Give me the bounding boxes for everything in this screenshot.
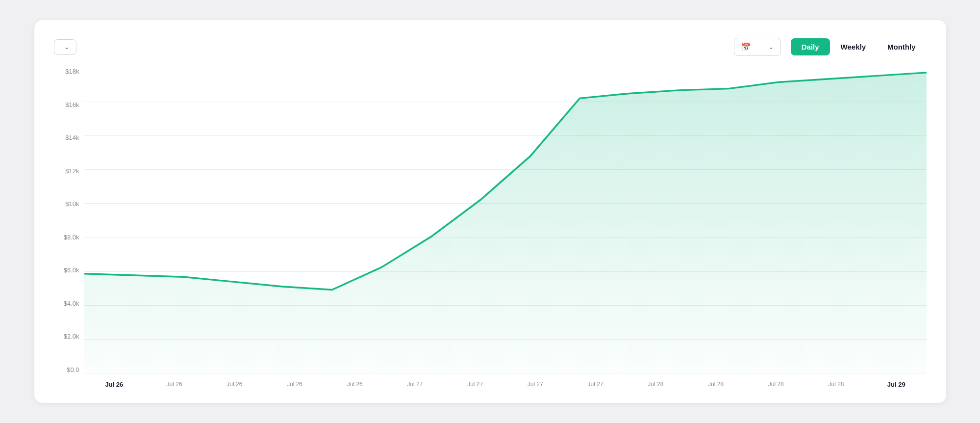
chevron-down-icon: ⌄ [769,44,774,51]
x-axis-label: Jul 29 [866,381,927,388]
toolbar-right: 📅 ⌄ Daily Weekly Monthly [734,38,927,56]
date-range-picker[interactable]: 📅 ⌄ [734,38,781,56]
chart-card: ⌄ 📅 ⌄ Daily Weekly Monthly $0.0$2.0k$4.0… [34,20,946,403]
x-axis-label: Jul 28 [746,381,806,388]
monthly-button[interactable]: Monthly [877,38,927,55]
daily-button[interactable]: Daily [791,38,830,55]
y-axis-label: $6.0k [54,266,84,274]
y-axis: $0.0$2.0k$4.0k$6.0k$8.0k$10k$12k$14k$16k… [54,68,84,388]
y-axis-label: $2.0k [54,333,84,340]
chevron-down-icon: ⌄ [64,44,69,51]
x-axis-label: Jul 26 [325,381,385,388]
calendar-icon: 📅 [741,42,751,52]
y-axis-label: $0.0 [54,366,84,373]
y-axis-label: $16k [54,101,84,108]
period-buttons: Daily Weekly Monthly [791,38,927,55]
x-axis: Jul 26Jul 26Jul 26Jul 26Jul 26Jul 27Jul … [84,373,927,388]
x-axis-label: Jul 26 [204,381,265,388]
x-axis-label: Jul 27 [445,381,505,388]
y-axis-label: $8.0k [54,234,84,241]
x-axis-label: Jul 27 [505,381,566,388]
x-axis-label: Jul 26 [144,381,204,388]
toolbar: ⌄ 📅 ⌄ Daily Weekly Monthly [54,38,927,56]
x-axis-label: Jul 27 [385,381,445,388]
y-axis-label: $14k [54,134,84,141]
weekly-button[interactable]: Weekly [830,38,877,55]
x-labels: Jul 26Jul 26Jul 26Jul 26Jul 26Jul 27Jul … [84,381,927,388]
chart-area: $0.0$2.0k$4.0k$6.0k$8.0k$10k$12k$14k$16k… [54,68,927,388]
x-axis-label: Jul 26 [265,381,325,388]
area-chart [84,68,927,373]
x-axis-label: Jul 28 [626,381,686,388]
revenue-dropdown[interactable]: ⌄ [54,39,76,55]
y-axis-label: $4.0k [54,300,84,307]
y-axis-label: $18k [54,68,84,75]
x-axis-label: Jul 26 [84,381,145,388]
y-axis-label: $10k [54,200,84,208]
chart-plot: Jul 26Jul 26Jul 26Jul 26Jul 26Jul 27Jul … [84,68,927,388]
x-axis-label: Jul 28 [686,381,746,388]
x-axis-label: Jul 27 [565,381,626,388]
x-axis-label: Jul 28 [806,381,866,388]
chart-inner: $0.0$2.0k$4.0k$6.0k$8.0k$10k$12k$14k$16k… [54,68,927,388]
y-axis-label: $12k [54,167,84,175]
